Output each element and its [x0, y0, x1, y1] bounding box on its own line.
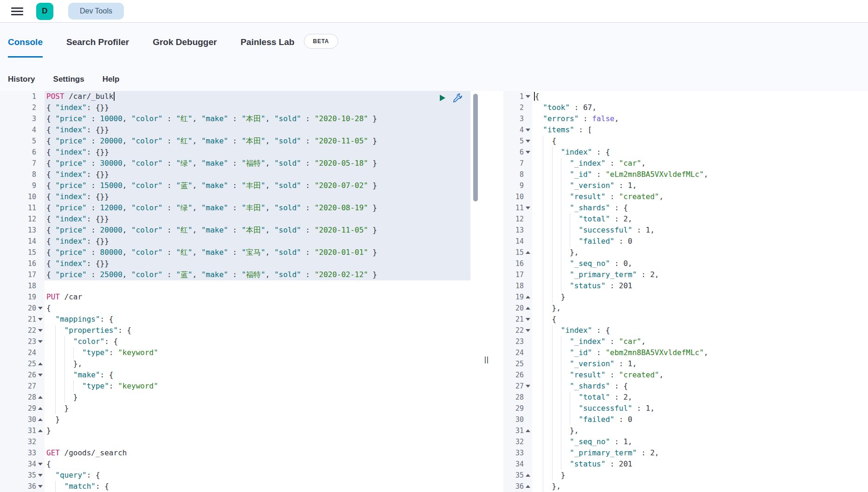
- fold-arrow-icon[interactable]: [524, 474, 532, 477]
- code-line[interactable]: }: [45, 425, 470, 436]
- menu-settings[interactable]: Settings: [53, 75, 84, 84]
- space-avatar[interactable]: D: [36, 3, 53, 20]
- code-line[interactable]: "index" : {: [532, 325, 868, 336]
- fold-arrow-icon[interactable]: [36, 363, 45, 365]
- code-line[interactable]: }: [45, 414, 470, 425]
- tab-console[interactable]: Console: [8, 37, 43, 58]
- fold-arrow-icon[interactable]: [524, 151, 532, 154]
- code-line[interactable]: POST /car/_bulk: [45, 91, 470, 102]
- code-line[interactable]: "took" : 67,: [532, 102, 868, 113]
- fold-arrow-icon[interactable]: [524, 318, 532, 321]
- code-line[interactable]: "type": "keyword": [45, 347, 470, 358]
- code-line[interactable]: "color": {: [45, 336, 470, 347]
- request-editor[interactable]: POST /car/_bulk{ "index": {}}{ "price" :…: [45, 91, 470, 492]
- code-line[interactable]: "total" : 2,: [532, 392, 868, 403]
- code-line[interactable]: }: [45, 392, 470, 403]
- code-line[interactable]: {: [532, 136, 868, 147]
- fold-arrow-icon[interactable]: [524, 95, 532, 98]
- fold-arrow-icon[interactable]: [36, 429, 45, 432]
- fold-arrow-icon[interactable]: [524, 140, 532, 142]
- code-line[interactable]: { "index": {}}: [45, 191, 470, 202]
- code-line[interactable]: "make": {: [45, 369, 470, 381]
- code-line[interactable]: "_primary_term" : 2,: [532, 269, 868, 280]
- code-line[interactable]: "_primary_term" : 2,: [532, 447, 868, 459]
- fold-arrow-icon[interactable]: [524, 485, 532, 488]
- code-line[interactable]: {: [45, 459, 470, 470]
- menu-history[interactable]: History: [8, 75, 35, 84]
- code-line[interactable]: "successful" : 1,: [532, 403, 868, 414]
- code-line[interactable]: "_id" : "eLm2mn8BA5VXvldefMLc",: [532, 169, 868, 180]
- code-line[interactable]: "_shards" : {: [532, 202, 868, 214]
- code-line[interactable]: }: [45, 403, 470, 414]
- code-line[interactable]: "match": {: [45, 481, 470, 492]
- code-line[interactable]: }: [532, 470, 868, 481]
- fold-arrow-icon[interactable]: [524, 307, 532, 310]
- fold-arrow-icon[interactable]: [524, 329, 532, 332]
- fold-arrow-icon[interactable]: [524, 129, 532, 131]
- code-line[interactable]: "successful" : 1,: [532, 225, 868, 236]
- code-line[interactable]: {: [532, 314, 868, 325]
- code-line[interactable]: "items" : [: [532, 124, 868, 136]
- code-line[interactable]: "failed" : 0: [532, 236, 868, 247]
- fold-arrow-icon[interactable]: [36, 374, 45, 376]
- code-line[interactable]: "index" : {: [532, 147, 868, 158]
- code-line[interactable]: "failed" : 0: [532, 414, 868, 425]
- code-line[interactable]: },: [45, 358, 470, 369]
- code-line[interactable]: { "index": {}}: [45, 124, 470, 136]
- code-line[interactable]: [45, 436, 470, 447]
- code-line[interactable]: },: [532, 247, 868, 258]
- code-line[interactable]: { "index": {}}: [45, 102, 470, 113]
- fold-arrow-icon[interactable]: [36, 396, 45, 399]
- code-line[interactable]: { "price" : 80000, "color" : "红", "make"…: [45, 247, 470, 258]
- code-line[interactable]: { "price" : 25000, "color" : "蓝", "make"…: [45, 269, 470, 280]
- fold-arrow-icon[interactable]: [36, 418, 45, 421]
- code-line[interactable]: "status" : 201: [532, 280, 868, 291]
- fold-arrow-icon[interactable]: [36, 485, 45, 488]
- menu-help[interactable]: Help: [103, 75, 120, 84]
- code-line[interactable]: "result" : "created",: [532, 191, 868, 202]
- code-line[interactable]: "type": "keyword": [45, 381, 470, 392]
- code-line[interactable]: "errors" : false,: [532, 113, 868, 124]
- code-line[interactable]: { "price" : 12000, "color" : "绿", "make"…: [45, 202, 470, 214]
- code-line[interactable]: "_seq_no" : 1,: [532, 436, 868, 447]
- fold-arrow-icon[interactable]: [36, 318, 45, 321]
- code-line[interactable]: "properties": {: [45, 325, 470, 336]
- code-line[interactable]: { "price" : 20000, "color" : "红", "make"…: [45, 225, 470, 236]
- code-line[interactable]: {: [532, 91, 868, 102]
- code-line[interactable]: { "index": {}}: [45, 236, 470, 247]
- code-line[interactable]: }: [532, 291, 868, 303]
- code-line[interactable]: PUT /car: [45, 291, 470, 303]
- response-viewer[interactable]: { "took" : 67, "errors" : false, "items"…: [532, 91, 868, 492]
- fold-arrow-icon[interactable]: [36, 340, 45, 343]
- fold-arrow-icon[interactable]: [524, 251, 532, 254]
- splitter-grip-icon[interactable]: [485, 356, 488, 363]
- code-line[interactable]: "_index" : "car",: [532, 336, 868, 347]
- code-line[interactable]: { "index": {}}: [45, 214, 470, 225]
- breadcrumb-dev-tools[interactable]: Dev Tools: [68, 3, 124, 19]
- code-line[interactable]: "_index" : "car",: [532, 158, 868, 169]
- fold-arrow-icon[interactable]: [36, 407, 45, 410]
- send-request-button[interactable]: [437, 93, 447, 103]
- fold-arrow-icon[interactable]: [36, 329, 45, 332]
- code-line[interactable]: { "price" : 20000, "color" : "红", "make"…: [45, 136, 470, 147]
- tab-search-profiler[interactable]: Search Profiler: [66, 37, 129, 58]
- code-line[interactable]: "result" : "created",: [532, 369, 868, 381]
- fold-arrow-icon[interactable]: [36, 307, 45, 310]
- fold-arrow-icon[interactable]: [524, 429, 532, 432]
- code-line[interactable]: "_id" : "ebm2mn8BA5VXvldefMLc",: [532, 347, 868, 358]
- code-line[interactable]: "_seq_no" : 0,: [532, 258, 868, 269]
- code-line[interactable]: { "index": {}}: [45, 258, 470, 269]
- fold-arrow-icon[interactable]: [524, 296, 532, 298]
- code-line[interactable]: "_version" : 1,: [532, 180, 868, 191]
- code-line[interactable]: { "index": {}}: [45, 169, 470, 180]
- code-line[interactable]: "total" : 2,: [532, 214, 868, 225]
- menu-button[interactable]: [11, 5, 23, 17]
- code-line[interactable]: "_shards" : {: [532, 381, 868, 392]
- tab-grok-debugger[interactable]: Grok Debugger: [153, 37, 217, 58]
- code-line[interactable]: "status" : 201: [532, 459, 868, 470]
- code-line[interactable]: [45, 280, 470, 291]
- tab-painless-lab[interactable]: Painless Lab: [240, 37, 294, 58]
- fold-arrow-icon[interactable]: [524, 207, 532, 209]
- code-line[interactable]: { "price" : 30000, "color" : "绿", "make"…: [45, 158, 470, 169]
- scrollbar-thumb[interactable]: [473, 94, 478, 201]
